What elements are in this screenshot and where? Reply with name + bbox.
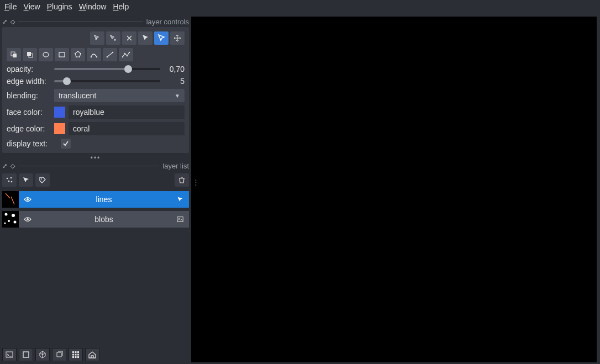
svg-point-16 — [112, 52, 114, 54]
tool-delete[interactable] — [122, 31, 136, 45]
shapes-type-icon — [175, 196, 186, 203]
layer-item-lines[interactable]: lines — [2, 190, 189, 209]
svg-point-10 — [76, 56, 77, 57]
svg-rect-2 — [13, 54, 17, 57]
opacity-label: opacity: — [7, 65, 50, 73]
edge-width-slider[interactable] — [54, 80, 160, 82]
edge-width-value: 5 — [165, 77, 185, 86]
tool-pan-zoom[interactable] — [90, 31, 104, 45]
tool-select-shape[interactable] — [154, 31, 169, 45]
panel-header-layer-controls: ⤢ ◇ layer controls — [2, 18, 189, 26]
opacity-slider[interactable] — [54, 68, 160, 70]
tool-ellipse[interactable] — [39, 48, 53, 61]
svg-point-20 — [129, 52, 130, 53]
layer-thumbnail — [2, 211, 19, 228]
new-points-button[interactable] — [2, 173, 17, 187]
face-color-swatch[interactable] — [54, 107, 65, 118]
svg-rect-43 — [77, 351, 79, 353]
blending-select[interactable]: translucent ▼ — [54, 89, 185, 102]
face-color-label: face color: — [7, 108, 50, 117]
new-labels-button[interactable] — [35, 173, 50, 187]
svg-point-38 — [178, 218, 180, 219]
edge-width-label: edge width: — [7, 77, 50, 86]
layer-thumbnail — [2, 191, 19, 208]
layer-item-blobs[interactable]: blobs — [2, 210, 189, 229]
edge-color-swatch[interactable] — [54, 123, 65, 134]
svg-point-34 — [14, 221, 17, 224]
svg-point-17 — [122, 56, 123, 57]
tool-polyline[interactable] — [119, 48, 133, 61]
tool-move[interactable] — [170, 31, 185, 45]
svg-rect-42 — [75, 351, 77, 353]
menu-window[interactable]: Window — [79, 2, 107, 11]
tool-polygon[interactable] — [71, 48, 85, 61]
svg-point-9 — [79, 56, 80, 57]
edge-color-input[interactable] — [69, 122, 185, 135]
svg-rect-41 — [72, 351, 74, 353]
menu-view[interactable]: View — [24, 2, 40, 11]
home-button[interactable] — [85, 348, 99, 361]
layer-controls-panel: opacity: 0,70 edge width: 5 blending: — [2, 27, 189, 153]
viewer-toolbar — [2, 346, 189, 363]
menu-file[interactable]: File — [4, 2, 17, 11]
svg-point-18 — [124, 53, 125, 54]
display-text-checkbox[interactable] — [61, 139, 71, 149]
tool-rectangle[interactable] — [55, 48, 69, 61]
svg-point-25 — [41, 178, 42, 180]
tool-row-2 — [7, 48, 185, 61]
drag-handle-icon[interactable]: ••• — [2, 154, 189, 160]
svg-rect-50 — [191, 17, 597, 362]
svg-point-8 — [80, 53, 81, 54]
tool-select-vertex[interactable] — [138, 31, 152, 45]
detach-icon[interactable]: ◇ — [10, 162, 15, 170]
svg-point-29 — [27, 198, 29, 201]
tool-move-front[interactable] — [7, 48, 21, 61]
undock-icon[interactable]: ⤢ — [2, 162, 7, 170]
tool-line[interactable] — [103, 48, 117, 61]
2d-button[interactable] — [19, 348, 33, 361]
face-color-input[interactable] — [69, 105, 185, 119]
opacity-value: 0,70 — [165, 65, 185, 73]
svg-point-33 — [8, 220, 10, 222]
svg-rect-30 — [2, 211, 19, 228]
menu-plugins[interactable]: Plugins — [47, 2, 72, 11]
svg-rect-26 — [2, 191, 19, 208]
canvas[interactable] — [191, 17, 597, 362]
svg-point-13 — [96, 56, 98, 58]
console-button[interactable] — [2, 348, 17, 361]
grid-button[interactable] — [69, 348, 83, 361]
undock-icon[interactable]: ⤢ — [2, 18, 7, 25]
blending-value: translucent — [59, 91, 96, 100]
svg-point-21 — [7, 178, 8, 180]
tool-add-point[interactable] — [106, 31, 120, 45]
3d-button[interactable] — [35, 348, 50, 361]
svg-point-23 — [8, 181, 10, 182]
visibility-toggle[interactable] — [22, 195, 33, 204]
svg-rect-44 — [72, 354, 74, 356]
image-type-icon — [175, 215, 186, 223]
svg-rect-37 — [177, 217, 183, 222]
svg-point-11 — [75, 53, 76, 54]
tool-move-back[interactable] — [23, 48, 37, 61]
delete-layer-button[interactable] — [175, 173, 189, 187]
tool-row-1 — [7, 31, 185, 45]
svg-rect-49 — [77, 356, 79, 358]
vertical-drag-handle-icon[interactable]: ⋮ — [192, 178, 199, 186]
new-shapes-button[interactable] — [19, 173, 33, 187]
layer-name: blobs — [38, 215, 170, 224]
menu-help[interactable]: Help — [113, 2, 129, 11]
svg-rect-6 — [59, 52, 65, 57]
roll-button[interactable] — [52, 348, 66, 361]
chevron-down-icon: ▼ — [175, 93, 180, 99]
sidebar: ⤢ ◇ layer controls — [0, 13, 191, 364]
tool-path[interactable] — [87, 48, 101, 61]
svg-point-31 — [5, 213, 8, 216]
svg-point-7 — [77, 51, 78, 52]
display-text-label: display text: — [7, 139, 56, 148]
svg-point-36 — [27, 218, 29, 220]
visibility-toggle[interactable] — [22, 215, 33, 224]
detach-icon[interactable]: ◇ — [10, 18, 15, 25]
svg-rect-40 — [23, 352, 29, 357]
svg-point-24 — [11, 181, 13, 183]
blending-label: blending: — [7, 91, 50, 100]
